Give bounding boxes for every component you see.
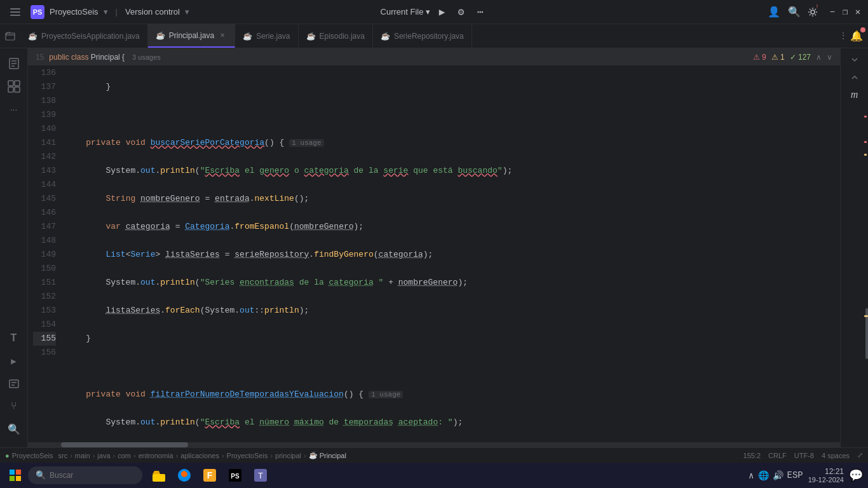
project-name[interactable]: ProyectoSeis bbox=[50, 7, 98, 17]
tray-volume-icon[interactable]: 🔊 bbox=[773, 470, 783, 481]
maximize-button[interactable]: ❐ bbox=[840, 7, 850, 17]
windows-start-button[interactable] bbox=[5, 465, 25, 485]
collapse-errors-icon[interactable]: ∨ bbox=[827, 53, 832, 62]
tab-proyectoseisapplication[interactable]: ☕ ProyectoSeisApplication.java bbox=[20, 24, 148, 48]
main-content: ··· T ▶ ⑂ 🔍 15 public class Principal { … bbox=[0, 48, 868, 447]
code-editor[interactable]: 136 137 138 139 140 141 142 143 144 145 … bbox=[28, 66, 840, 442]
title-right: 👤 🔍 ! − ❐ ✕ bbox=[487, 4, 863, 20]
taskbar-search-input[interactable] bbox=[50, 471, 126, 480]
tab-serie[interactable]: ☕ Serie.java bbox=[235, 24, 298, 48]
svg-text:T: T bbox=[258, 471, 263, 480]
tabs-list: ☕ ProyectoSeisApplication.java ☕ Princip… bbox=[20, 24, 834, 48]
tab-close-button[interactable]: ✕ bbox=[218, 31, 227, 40]
java-icon: ☕ bbox=[306, 32, 316, 41]
recent-files-sidebar-icon[interactable] bbox=[4, 53, 24, 74]
svg-rect-1 bbox=[10, 11, 20, 13]
svg-rect-11 bbox=[10, 470, 15, 475]
settings-icon[interactable]: ! bbox=[807, 4, 822, 20]
notification-center-button[interactable]: 💬 bbox=[849, 468, 863, 482]
class-usages-badge: 3 usages bbox=[130, 53, 163, 61]
expand-icon[interactable]: ⤢ bbox=[857, 451, 863, 459]
svg-rect-7 bbox=[15, 81, 20, 86]
search-everywhere-icon[interactable]: 🔍 bbox=[787, 4, 802, 20]
version-control-label[interactable]: Version control bbox=[125, 7, 180, 17]
code-text[interactable]: } private void buscarSeriePorCategoria()… bbox=[61, 66, 840, 442]
error-count: ⚠ 9 bbox=[753, 53, 766, 62]
taskbar-search-icon: 🔍 bbox=[36, 470, 46, 480]
clock-time: 12:21 bbox=[808, 467, 844, 476]
svg-text:F: F bbox=[207, 470, 213, 480]
svg-rect-8 bbox=[8, 87, 13, 92]
errors-panel: ⚠ 9 ⚠ 1 ✓ 127 ∧ ∨ bbox=[753, 53, 832, 62]
tray-chevron[interactable]: ∧ bbox=[749, 470, 754, 481]
project-view-icon[interactable] bbox=[4, 76, 24, 97]
ps-logo: PS bbox=[31, 5, 44, 19]
indent-setting[interactable]: 4 spaces bbox=[822, 452, 850, 459]
minimap-area[interactable] bbox=[841, 103, 868, 445]
svg-rect-14 bbox=[16, 476, 21, 481]
taskbar-apps: F PS T bbox=[147, 464, 272, 487]
add-profile-icon[interactable]: 👤 bbox=[766, 4, 782, 20]
fold-icon[interactable] bbox=[844, 51, 865, 69]
taskbar-app-intellij[interactable]: PS bbox=[224, 464, 247, 487]
code-area: 15 public class Principal { 3 usages ⚠ 9… bbox=[28, 48, 840, 447]
status-project-indicator: ● ProyectoSeis bbox=[5, 452, 53, 459]
fold-up-icon[interactable] bbox=[844, 69, 865, 86]
text-editor-icon[interactable]: T bbox=[4, 328, 24, 348]
system-tray: ∧ 🌐 🔊 ESP bbox=[749, 470, 803, 481]
taskbar-app-3[interactable]: F bbox=[198, 464, 221, 487]
class-header: 15 public class Principal { 3 usages ⚠ 9… bbox=[28, 48, 840, 66]
current-file-button[interactable]: Current File ▾ bbox=[381, 7, 431, 17]
tab-right-actions: ⋮ 🔔 bbox=[834, 24, 868, 48]
svg-rect-4 bbox=[6, 33, 15, 40]
horizontal-scrollbar-thumb[interactable] bbox=[61, 442, 188, 447]
commit-icon[interactable] bbox=[4, 374, 24, 394]
close-button[interactable]: ✕ bbox=[853, 7, 863, 17]
status-bar: ● ProyectoSeis src › main › java › com ›… bbox=[0, 447, 868, 463]
hamburger-menu[interactable] bbox=[5, 2, 25, 22]
svg-rect-9 bbox=[15, 87, 20, 92]
minimap-label: m bbox=[851, 89, 858, 100]
notification-bell[interactable]: 🔔 bbox=[850, 30, 863, 43]
tab-episodio[interactable]: ☕ Episodio.java bbox=[299, 24, 373, 48]
horizontal-scrollbar[interactable] bbox=[28, 442, 840, 447]
line-ending[interactable]: CRLF bbox=[768, 452, 787, 459]
taskbar-search-box[interactable]: 🔍 bbox=[28, 466, 142, 484]
svg-rect-15 bbox=[153, 474, 165, 482]
taskbar-right: ∧ 🌐 🔊 ESP 12:21 19-12-2024 💬 bbox=[749, 467, 863, 484]
right-panel: m bbox=[840, 48, 868, 447]
svg-rect-0 bbox=[10, 8, 20, 10]
tray-network-icon[interactable]: 🌐 bbox=[758, 470, 769, 481]
expand-errors-icon[interactable]: ∧ bbox=[816, 53, 822, 62]
taskbar: 🔍 F PS bbox=[0, 463, 868, 488]
encoding[interactable]: UTF-8 bbox=[794, 452, 814, 459]
recent-files-button[interactable]: ⋮ bbox=[839, 30, 848, 41]
svg-text:PS: PS bbox=[231, 473, 240, 480]
sidebar: ··· T ▶ ⑂ 🔍 bbox=[0, 48, 28, 447]
tray-lang-icon[interactable]: ESP bbox=[787, 470, 803, 480]
svg-rect-12 bbox=[16, 470, 21, 475]
error-markers bbox=[864, 103, 867, 445]
run-sidebar-icon[interactable]: ▶ bbox=[4, 351, 24, 371]
line-numbers: 136 137 138 139 140 141 142 143 144 145 … bbox=[28, 66, 61, 442]
tab-serierepository[interactable]: ☕ SerieRepository.java bbox=[373, 24, 472, 48]
file-manager-icon[interactable] bbox=[0, 24, 20, 48]
inspect-sidebar-icon[interactable]: 🔍 bbox=[4, 419, 24, 440]
java-icon: ☕ bbox=[243, 32, 252, 41]
current-position-marker bbox=[864, 315, 868, 317]
taskbar-clock[interactable]: 12:21 19-12-2024 bbox=[808, 467, 844, 484]
more-sidebar-icon[interactable]: ··· bbox=[4, 99, 24, 119]
svg-point-3 bbox=[811, 10, 815, 14]
taskbar-app-teams[interactable]: T bbox=[249, 464, 272, 487]
tab-principal[interactable]: ☕ Principal.java ✕ bbox=[148, 24, 235, 48]
cursor-position[interactable]: 155:2 bbox=[743, 452, 761, 459]
svg-rect-2 bbox=[10, 15, 20, 16]
run-button[interactable]: ▶ bbox=[434, 4, 449, 20]
svg-rect-13 bbox=[10, 476, 15, 481]
branch-icon[interactable]: ⑂ bbox=[4, 396, 24, 417]
more-options-button[interactable]: ⋯ bbox=[472, 4, 487, 20]
debug-button[interactable]: ⚙ bbox=[453, 4, 468, 20]
taskbar-app-firefox[interactable] bbox=[173, 464, 196, 487]
taskbar-app-file-manager[interactable] bbox=[147, 464, 170, 487]
minimize-button[interactable]: − bbox=[827, 7, 837, 17]
